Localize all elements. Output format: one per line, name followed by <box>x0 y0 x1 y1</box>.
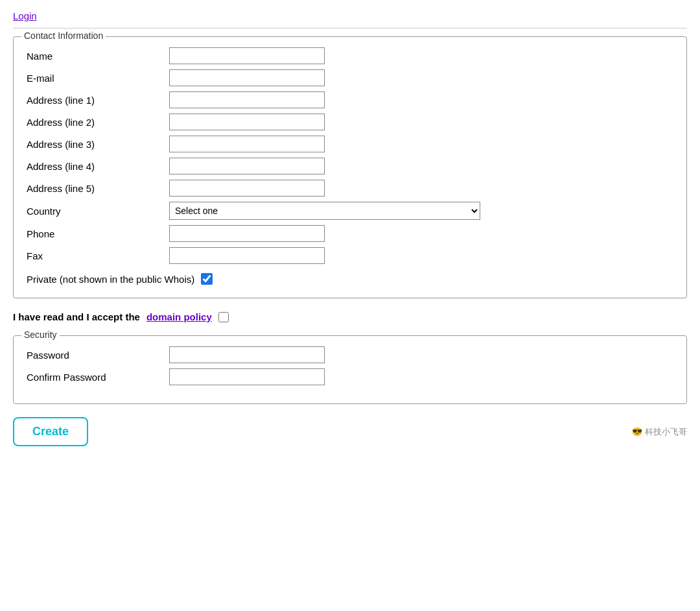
country-select[interactable]: Select one <box>169 202 480 220</box>
address2-input[interactable] <box>169 114 325 130</box>
bottom-row: Create 😎 科技小飞哥 <box>13 417 687 446</box>
phone-input[interactable] <box>169 225 325 242</box>
password-label: Password <box>27 350 169 361</box>
address3-label: Address (line 3) <box>27 139 169 150</box>
top-nav: Login <box>13 10 687 29</box>
email-input[interactable] <box>169 69 325 86</box>
policy-checkbox[interactable] <box>218 312 229 322</box>
watermark: 😎 科技小飞哥 <box>632 426 687 438</box>
watermark-icon: 😎 <box>632 427 642 437</box>
domain-policy-link[interactable]: domain policy <box>146 311 212 322</box>
name-row: Name <box>27 47 673 64</box>
address5-label: Address (line 5) <box>27 183 169 194</box>
country-row: Country Select one <box>27 202 673 220</box>
confirm-password-input[interactable] <box>169 368 325 385</box>
security-legend: Security <box>21 329 60 340</box>
create-button[interactable]: Create <box>13 417 88 446</box>
address4-row: Address (line 4) <box>27 158 673 174</box>
address4-label: Address (line 4) <box>27 161 169 172</box>
email-row: E-mail <box>27 69 673 86</box>
confirm-password-label: Confirm Password <box>27 372 169 383</box>
fax-input[interactable] <box>169 247 325 264</box>
address1-input[interactable] <box>169 91 325 108</box>
address5-row: Address (line 5) <box>27 180 673 197</box>
address3-row: Address (line 3) <box>27 136 673 152</box>
policy-row: I have read and I accept the domain poli… <box>13 311 687 322</box>
phone-label: Phone <box>27 228 169 239</box>
address2-label: Address (line 2) <box>27 117 169 128</box>
security-section: Security Password Confirm Password <box>13 335 687 404</box>
name-label: Name <box>27 51 169 62</box>
policy-text-before: I have read and I accept the <box>13 311 140 322</box>
email-label: E-mail <box>27 73 169 84</box>
private-label: Private (not shown in the public Whois) <box>27 274 194 285</box>
private-checkbox[interactable] <box>201 273 213 285</box>
contact-legend: Contact Information <box>21 30 106 41</box>
login-link[interactable]: Login <box>13 10 37 21</box>
address2-row: Address (line 2) <box>27 114 673 130</box>
phone-row: Phone <box>27 225 673 242</box>
confirm-password-row: Confirm Password <box>27 368 673 385</box>
address1-label: Address (line 1) <box>27 95 169 106</box>
address1-row: Address (line 1) <box>27 91 673 108</box>
address5-input[interactable] <box>169 180 325 197</box>
password-input[interactable] <box>169 346 325 363</box>
fax-row: Fax <box>27 247 673 264</box>
name-input[interactable] <box>169 47 325 64</box>
country-label: Country <box>27 206 169 217</box>
fax-label: Fax <box>27 250 169 261</box>
contact-information-section: Contact Information Name E-mail Address … <box>13 36 687 298</box>
address3-input[interactable] <box>169 136 325 152</box>
address4-input[interactable] <box>169 158 325 174</box>
password-row: Password <box>27 346 673 363</box>
watermark-text: 科技小飞哥 <box>645 426 687 438</box>
private-row: Private (not shown in the public Whois) <box>27 273 673 285</box>
